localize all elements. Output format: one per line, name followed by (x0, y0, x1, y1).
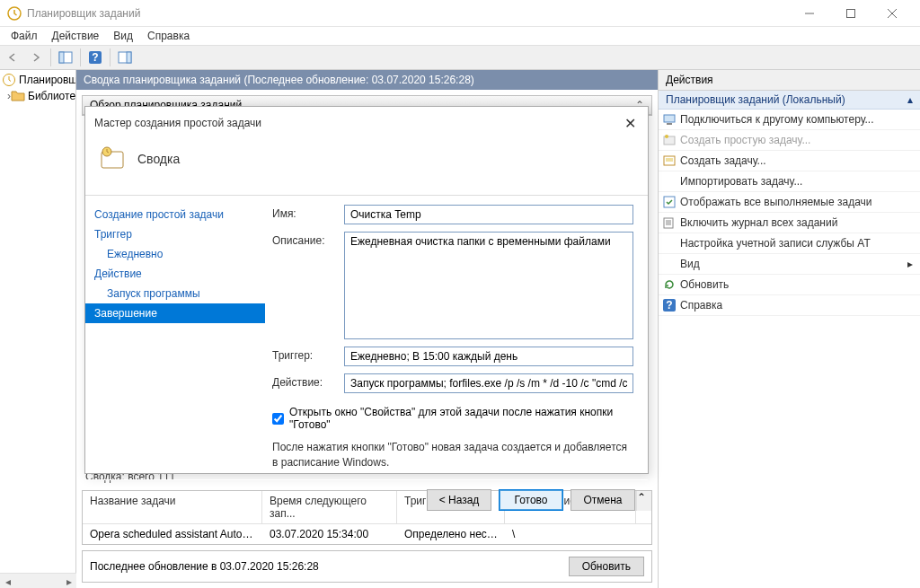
collapse-icon[interactable]: ▴ (907, 93, 913, 106)
window-title: Планировщик заданий (27, 7, 789, 20)
create-task-wizard-dialog: Мастер создания простой задачи ✕ Сводка … (84, 106, 649, 474)
refresh-icon (662, 277, 677, 292)
action-field[interactable] (344, 373, 633, 393)
actions-title: Действия (659, 70, 920, 91)
menu-action[interactable]: Действие (45, 28, 107, 44)
desc-field[interactable]: Ежедневная очистка папки с временными фа… (344, 232, 633, 339)
status-text: Последнее обновление в 03.07.2020 15:26:… (90, 560, 319, 573)
open-properties-row: Открыть окно "Свойства" для этой задачи … (272, 406, 633, 431)
nav-run[interactable]: Запуск программы (85, 284, 265, 303)
toolbar-separator (110, 48, 111, 66)
action-label: Настройка учетной записи службы AT (680, 237, 871, 250)
refresh-button[interactable]: Обновить (569, 557, 644, 576)
actions-subtitle[interactable]: Планировщик заданий (Локальный) ▴ (659, 91, 920, 110)
show-action-pane-button[interactable] (114, 47, 136, 68)
tree-library[interactable]: › Библиоте (0, 88, 75, 104)
table-row[interactable]: Opera scheduled assistant Autoup... 03.0… (83, 524, 651, 544)
action-enable-history[interactable]: Включить журнал всех заданий (659, 213, 920, 233)
nav-trigger[interactable]: Триггер (85, 224, 265, 244)
dialog-close-button[interactable]: ✕ (621, 114, 639, 132)
tree-scrollbar[interactable]: ◂ ▸ (0, 573, 76, 588)
dialog-body: Создание простой задачи Триггер Ежедневн… (85, 196, 648, 479)
form-row-action: Действие: (272, 373, 633, 393)
back-button[interactable]: < Назад (427, 489, 491, 511)
dialog-buttons: < Назад Готово Отмена (85, 479, 648, 520)
cell-name: Opera scheduled assistant Autoup... (83, 526, 262, 542)
action-label: Обновить (680, 278, 729, 291)
action-label: Подключиться к другому компьютеру... (680, 113, 874, 126)
svg-rect-3 (59, 52, 64, 63)
action-label: Импортировать задачу... (680, 175, 802, 188)
maximize-button[interactable] (830, 0, 871, 27)
actions-subtitle-label: Планировщик заданий (Локальный) (666, 93, 845, 106)
tree-root[interactable]: Планировщ (0, 72, 75, 88)
cell-next: 03.07.2020 15:34:00 (262, 526, 397, 542)
action-label: Отображать все выполняемые задачи (680, 196, 872, 208)
nav-create[interactable]: Создание простой задачи (85, 205, 265, 224)
chevron-right-icon: ▸ (907, 258, 913, 270)
action-view[interactable]: Вид ▸ (659, 254, 920, 275)
title-bar: Планировщик заданий (0, 0, 920, 27)
dialog-step-title: Сводка (137, 152, 180, 166)
toolbar: ? (0, 45, 920, 70)
app-icon (7, 6, 22, 21)
action-refresh[interactable]: Обновить (659, 275, 920, 295)
action-label: Вид (680, 258, 700, 270)
action-label: Создать задачу... (680, 154, 766, 167)
action-connect[interactable]: Подключиться к другому компьютеру... (659, 110, 920, 130)
nav-daily[interactable]: Ежедневно (85, 244, 265, 264)
name-field[interactable] (344, 205, 633, 224)
wizard-summary-icon (98, 145, 127, 173)
forward-button[interactable] (25, 47, 47, 68)
back-button[interactable] (2, 47, 23, 68)
grid-body: Opera scheduled assistant Autoup... 03.0… (83, 524, 651, 544)
wizard-form: Имя: Описание: Ежедневная очистка папки … (265, 196, 648, 479)
action-label: Создать простую задачу... (680, 134, 810, 146)
minimize-button[interactable] (789, 0, 830, 27)
open-properties-checkbox[interactable] (272, 413, 284, 425)
tree-root-label: Планировщ (19, 74, 76, 86)
action-at-account[interactable]: Настройка учетной записи службы AT (659, 233, 920, 254)
svg-rect-9 (664, 115, 675, 122)
close-button[interactable] (871, 0, 913, 27)
window-controls (789, 0, 913, 27)
scroll-right-icon[interactable]: ▸ (61, 574, 76, 588)
menu-bar: Файл Действие Вид Справка (0, 27, 920, 45)
computer-icon (662, 112, 677, 127)
nav-finish[interactable]: Завершение (85, 303, 265, 323)
action-label: Включить журнал всех заданий (680, 216, 837, 229)
action-create[interactable]: Создать задачу... (659, 151, 920, 171)
action-label: Справка (680, 299, 722, 312)
nav-action[interactable]: Действие (85, 264, 265, 284)
tree-pane: Планировщ › Библиоте (0, 70, 76, 588)
desc-label: Описание: (272, 232, 335, 247)
action-show-running[interactable]: Отображать все выполняемые задачи (659, 192, 920, 213)
svg-text:?: ? (666, 299, 672, 312)
show-hide-tree-button[interactable] (55, 47, 76, 68)
action-create-simple[interactable]: Создать простую задачу... (659, 130, 920, 151)
svg-rect-10 (667, 123, 672, 125)
trigger-field[interactable] (344, 347, 633, 366)
action-help[interactable]: ? Справка (659, 295, 920, 316)
name-label: Имя: (272, 205, 335, 220)
center-header: Сводка планировщика заданий (Последнее о… (76, 70, 658, 90)
cancel-button[interactable]: Отмена (571, 489, 635, 511)
tree-library-label: Библиоте (28, 90, 75, 102)
task-icon (662, 154, 677, 168)
menu-view[interactable]: Вид (106, 28, 140, 44)
menu-file[interactable]: Файл (4, 28, 45, 44)
scroll-left-icon[interactable]: ◂ (0, 574, 15, 588)
trigger-label: Триггер: (272, 347, 335, 362)
help-icon: ? (662, 298, 677, 312)
finish-note: После нажатия кнопки "Готово" новая зада… (272, 440, 633, 470)
clock-icon (2, 73, 16, 87)
svg-rect-7 (127, 52, 131, 63)
open-properties-label: Открыть окно "Свойства" для этой задачи … (289, 406, 633, 431)
help-button[interactable]: ? (84, 47, 106, 68)
wizard-nav: Создание простой задачи Триггер Ежедневн… (85, 196, 265, 479)
cell-location: \ (505, 526, 651, 542)
finish-button[interactable]: Готово (499, 489, 563, 511)
menu-help[interactable]: Справка (140, 28, 197, 44)
action-import[interactable]: Импортировать задачу... (659, 171, 920, 192)
form-row-name: Имя: (272, 205, 633, 224)
